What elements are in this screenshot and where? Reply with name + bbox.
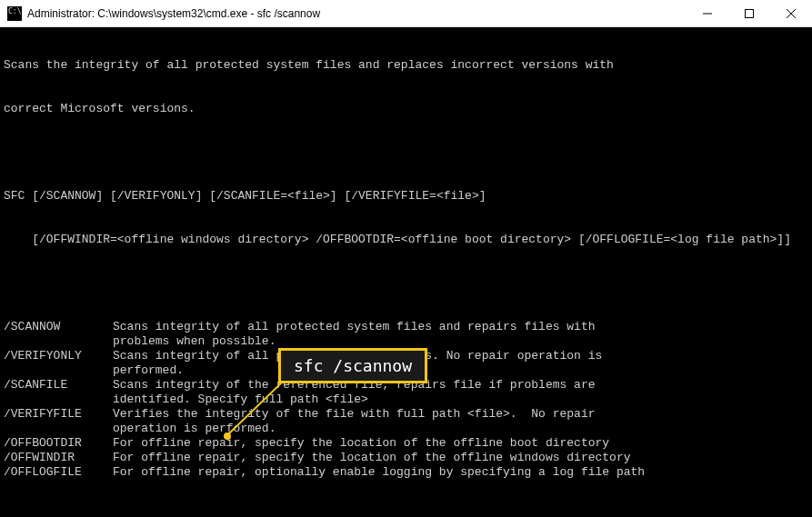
option-row: identified. Specify full path <file> [4,393,808,407]
option-row: /OFFBOOTDIRFor offline repair, specify t… [4,436,808,451]
help-text: Scans the integrity of all protected sys… [4,58,808,73]
option-row: /OFFWINDIRFor offline repair, specify th… [4,451,808,465]
title-bar: Administrator: C:\windows\system32\cmd.e… [0,0,812,27]
option-row: operation is performed. [4,422,808,436]
close-button[interactable] [770,0,812,26]
callout-text: sfc /scannow [294,356,412,375]
option-description: Verifies the integrity of the file with … [113,407,808,422]
callout-dot [224,432,231,440]
option-row: /SCANNOWScans integrity of all protected… [4,320,808,334]
window-controls [687,0,812,26]
option-name: /OFFLOGFILE [4,465,113,480]
option-description: identified. Specify full path <file> [113,393,808,407]
window-title: Administrator: C:\windows\system32\cmd.e… [27,7,687,20]
cmd-icon [7,6,22,21]
option-description: operation is performed. [113,422,808,436]
option-description: For offline repair, optionally enable lo… [113,465,808,480]
option-description: For offline repair, specify the location… [113,451,808,465]
usage-line: SFC [/SCANNOW] [/VERIFYONLY] [/SCANFILE=… [4,189,808,204]
maximize-button[interactable] [728,0,770,26]
option-name [4,422,113,436]
usage-line: [/OFFWINDIR=<offline windows directory> … [4,233,808,247]
option-description: Scans integrity of the referenced file, … [113,378,808,393]
option-row: /OFFLOGFILEFor offline repair, optionall… [4,465,808,480]
option-description: For offline repair, specify the location… [113,436,808,451]
help-text: correct Microsoft versions. [4,102,808,116]
svg-rect-1 [746,9,754,17]
option-name: /SCANNOW [4,320,113,334]
option-name: /OFFBOOTDIR [4,436,113,451]
option-name: /VERIFYONLY [4,349,113,363]
option-name: /OFFWINDIR [4,451,113,465]
option-row: problems when possible. [4,334,808,349]
option-name: /SCANFILE [4,378,113,393]
option-description: Scans integrity of all protected system … [113,349,808,363]
minimize-button[interactable] [687,0,728,26]
option-name [4,393,113,407]
option-name [4,334,113,349]
terminal-output[interactable]: Scans the integrity of all protected sys… [0,27,812,517]
option-name: /VERIFYFILE [4,407,113,422]
option-description: problems when possible. [113,334,808,349]
callout-box: sfc /scannow [278,348,427,383]
option-row: /VERIFYFILEVerifies the integrity of the… [4,407,808,422]
option-name [4,363,113,378]
option-description: Scans integrity of all protected system … [113,320,808,334]
option-description: performed. [113,363,808,378]
